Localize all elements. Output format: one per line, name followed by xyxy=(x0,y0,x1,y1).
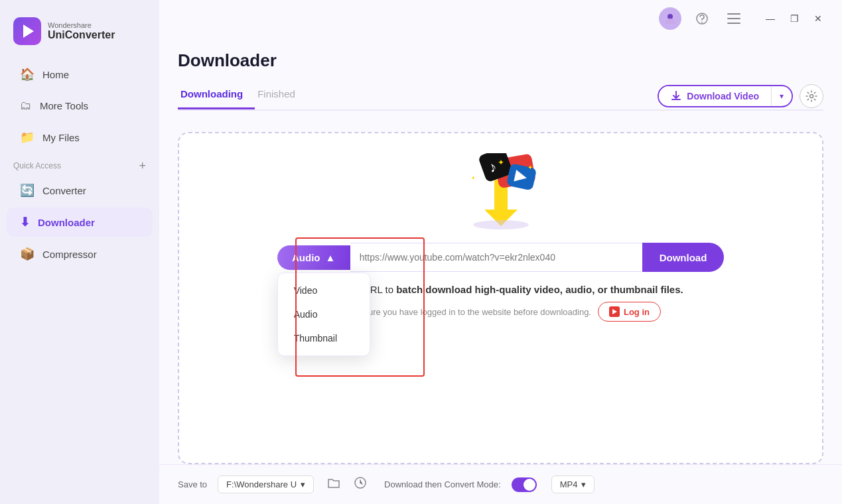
login-hint-text: Make sure you have logged in to the webs… xyxy=(340,307,591,317)
my-files-icon: 📁 xyxy=(20,130,35,145)
page-content: Downloader Downloading Finished Download… xyxy=(159,37,842,464)
menu-button[interactable] xyxy=(723,7,745,30)
svg-text:✦: ✦ xyxy=(498,158,504,167)
minimize-button[interactable]: — xyxy=(760,9,781,28)
tab-finished[interactable]: Finished xyxy=(255,83,307,109)
converter-icon: 🔄 xyxy=(20,183,35,198)
brand-label: Wondershare xyxy=(48,21,115,29)
sidebar-item-compressor[interactable]: 📦 Compressor xyxy=(7,239,153,269)
compressor-icon: 📦 xyxy=(20,247,35,261)
downloader-icon: ⬇ xyxy=(20,215,30,229)
more-tools-icon: 🗂 xyxy=(20,99,32,113)
sidebar-item-home[interactable]: 🏠 Home xyxy=(7,60,153,89)
download-video-chevron[interactable]: ▾ xyxy=(771,87,792,105)
convert-mode-label: Download then Convert Mode: xyxy=(384,479,501,489)
paste-hint: Paste the URL to batch download high-qua… xyxy=(318,284,683,295)
tab-downloading[interactable]: Downloading xyxy=(178,83,255,109)
save-path-value: F:\Wondershare U xyxy=(226,479,297,489)
download-video-label: Download Video xyxy=(687,91,759,101)
sidebar-item-my-files[interactable]: 📁 My Files xyxy=(7,123,153,152)
download-button[interactable]: Download xyxy=(642,243,725,272)
svg-marker-0 xyxy=(23,25,34,38)
bottom-bar: Save to F:\Wondershare U ▾ Download then… xyxy=(159,464,842,504)
topbar: — ❐ ✕ xyxy=(159,0,842,37)
type-dropdown-menu: Video Audio Thumbnail xyxy=(277,273,370,356)
type-selected-label: Audio xyxy=(292,252,320,263)
format-value: MP4 xyxy=(560,479,578,489)
app-logo-icon xyxy=(13,17,41,45)
login-button-label: Log in xyxy=(624,307,650,317)
url-input[interactable] xyxy=(350,243,642,272)
save-path-selector[interactable]: F:\Wondershare U ▾ xyxy=(218,475,314,493)
sidebar-item-home-label: Home xyxy=(42,69,69,80)
save-to-label: Save to xyxy=(178,479,207,489)
close-button[interactable]: ✕ xyxy=(807,9,829,28)
youtube-login-button[interactable]: Log in xyxy=(598,302,661,322)
sidebar: Wondershare UniConverter 🏠 Home 🗂 More T… xyxy=(0,0,159,504)
type-dropdown-button[interactable]: Audio ▲ xyxy=(277,245,350,270)
quick-access-label: Quick Access xyxy=(13,161,61,170)
dropdown-item-video[interactable]: Video xyxy=(278,279,370,302)
svg-rect-4 xyxy=(727,13,740,15)
support-button[interactable] xyxy=(691,7,713,30)
folder-browse-button[interactable] xyxy=(327,477,340,492)
sidebar-item-my-files-label: My Files xyxy=(42,132,80,143)
main-area: — ❐ ✕ Downloader Downloading Finished Do… xyxy=(159,0,842,504)
svg-point-3 xyxy=(701,22,703,23)
url-input-area: Audio ▲ Video Audio Thum xyxy=(192,243,809,272)
sidebar-item-downloader[interactable]: ⬇ Downloader xyxy=(7,208,153,237)
settings-button[interactable] xyxy=(800,84,823,108)
product-label: UniConverter xyxy=(48,29,115,41)
avatar-button[interactable] xyxy=(659,7,681,30)
illustration: ♪ ✦ ✦ ✦ xyxy=(458,153,544,232)
logo-text: Wondershare UniConverter xyxy=(48,21,115,41)
convert-mode-toggle[interactable] xyxy=(512,477,537,492)
download-video-button[interactable]: Download Video ▾ xyxy=(658,85,793,107)
save-path-chevron-icon: ▾ xyxy=(301,479,305,489)
sidebar-item-converter-label: Converter xyxy=(42,185,86,196)
quick-access-section: Quick Access + xyxy=(0,153,159,174)
window-controls: — ❐ ✕ xyxy=(760,9,829,28)
sidebar-item-more-tools-label: More Tools xyxy=(40,100,88,111)
svg-rect-6 xyxy=(727,23,740,24)
download-video-main: Download Video xyxy=(659,86,771,106)
svg-rect-5 xyxy=(727,18,740,19)
home-icon: 🏠 xyxy=(20,67,35,82)
svg-text:✦: ✦ xyxy=(471,175,476,181)
page-title: Downloader xyxy=(178,50,823,71)
sidebar-item-downloader-label: Downloader xyxy=(38,217,95,228)
type-selector-wrapper: Audio ▲ Video Audio Thum xyxy=(277,245,350,270)
url-row: Audio ▲ Video Audio Thum xyxy=(277,243,725,272)
quick-access-add-button[interactable]: + xyxy=(139,160,146,172)
format-selector[interactable]: MP4 ▾ xyxy=(551,475,595,493)
dropdown-arrow-icon: ▲ xyxy=(325,252,335,263)
format-chevron-icon: ▾ xyxy=(581,479,586,489)
sidebar-item-converter[interactable]: 🔄 Converter xyxy=(7,176,153,205)
dropdown-item-thumbnail[interactable]: Thumbnail xyxy=(278,326,370,350)
history-button[interactable] xyxy=(354,476,367,493)
login-hint-area: Make sure you have logged in to the webs… xyxy=(340,302,661,322)
svg-text:✦: ✦ xyxy=(527,164,533,171)
sidebar-item-more-tools[interactable]: 🗂 More Tools xyxy=(7,92,153,120)
content-box: ♪ ✦ ✦ ✦ xyxy=(178,132,823,464)
paste-highlight: batch download high-quality video, audio… xyxy=(396,284,683,295)
sidebar-item-compressor-label: Compressor xyxy=(42,249,97,260)
logo-area: Wondershare UniConverter xyxy=(0,11,159,58)
dropdown-item-audio[interactable]: Audio xyxy=(278,302,370,326)
svg-point-1 xyxy=(667,14,673,19)
maximize-button[interactable]: ❐ xyxy=(784,9,805,28)
svg-point-18 xyxy=(473,220,529,229)
svg-point-7 xyxy=(810,95,813,98)
